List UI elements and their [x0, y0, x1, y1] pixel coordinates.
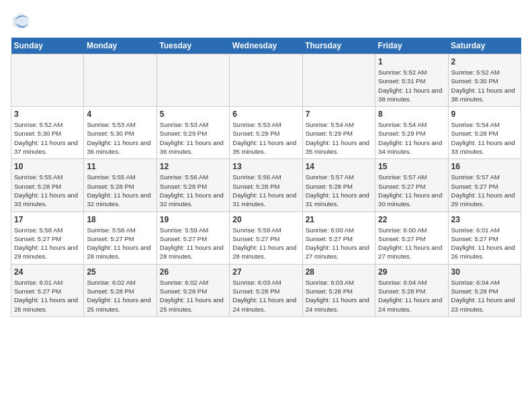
day-number: 7 — [306, 109, 372, 119]
calendar-cell: 5Sunrise: 5:53 AM Sunset: 5:29 PM Daylig… — [157, 107, 229, 159]
day-number: 26 — [160, 267, 226, 277]
calendar-cell: 10Sunrise: 5:55 AM Sunset: 5:28 PM Dayli… — [11, 159, 84, 212]
weekday-header-monday: Monday — [84, 38, 157, 54]
logo-icon — [11, 11, 31, 31]
day-info: Sunrise: 5:52 AM Sunset: 5:30 PM Dayligh… — [14, 120, 81, 156]
weekday-header-saturday: Saturday — [448, 38, 521, 54]
day-info: Sunrise: 5:54 AM Sunset: 5:29 PM Dayligh… — [306, 120, 372, 156]
day-info: Sunrise: 5:54 AM Sunset: 5:29 PM Dayligh… — [378, 120, 445, 156]
calendar-cell: 1Sunrise: 5:52 AM Sunset: 5:31 PM Daylig… — [375, 54, 448, 107]
day-number: 13 — [232, 162, 299, 171]
calendar-cell: 4Sunrise: 5:53 AM Sunset: 5:30 PM Daylig… — [84, 107, 157, 159]
day-info: Sunrise: 6:00 AM Sunset: 5:27 PM Dayligh… — [306, 226, 372, 261]
day-info: Sunrise: 5:56 AM Sunset: 5:28 PM Dayligh… — [160, 173, 226, 208]
day-number: 25 — [87, 267, 153, 277]
day-info: Sunrise: 5:55 AM Sunset: 5:28 PM Dayligh… — [14, 173, 81, 208]
day-number: 27 — [232, 267, 299, 277]
calendar-cell: 17Sunrise: 5:58 AM Sunset: 5:27 PM Dayli… — [11, 212, 84, 264]
day-number: 9 — [451, 109, 518, 119]
calendar-cell: 11Sunrise: 5:55 AM Sunset: 5:28 PM Dayli… — [84, 159, 157, 212]
calendar-cell — [230, 54, 302, 107]
day-info: Sunrise: 5:52 AM Sunset: 5:30 PM Dayligh… — [451, 68, 518, 103]
day-info: Sunrise: 6:03 AM Sunset: 5:28 PM Dayligh… — [232, 278, 299, 314]
day-number: 24 — [14, 267, 81, 277]
day-info: Sunrise: 6:02 AM Sunset: 5:28 PM Dayligh… — [87, 278, 153, 314]
calendar-cell: 9Sunrise: 5:54 AM Sunset: 5:28 PM Daylig… — [448, 107, 521, 159]
day-info: Sunrise: 5:58 AM Sunset: 5:27 PM Dayligh… — [87, 226, 153, 261]
calendar-week-row: 3Sunrise: 5:52 AM Sunset: 5:30 PM Daylig… — [11, 107, 521, 159]
day-info: Sunrise: 5:54 AM Sunset: 5:28 PM Dayligh… — [451, 120, 518, 156]
day-info: Sunrise: 6:04 AM Sunset: 5:28 PM Dayligh… — [378, 278, 445, 314]
day-info: Sunrise: 6:02 AM Sunset: 5:28 PM Dayligh… — [160, 278, 226, 314]
calendar-week-row: 17Sunrise: 5:58 AM Sunset: 5:27 PM Dayli… — [11, 212, 521, 264]
calendar-cell — [84, 54, 157, 107]
day-number: 21 — [306, 215, 372, 224]
day-info: Sunrise: 5:53 AM Sunset: 5:29 PM Dayligh… — [232, 120, 299, 156]
day-info: Sunrise: 5:56 AM Sunset: 5:28 PM Dayligh… — [232, 173, 299, 208]
day-number: 15 — [378, 162, 445, 171]
calendar-cell: 20Sunrise: 5:59 AM Sunset: 5:27 PM Dayli… — [230, 212, 302, 264]
day-number: 30 — [451, 267, 518, 277]
day-info: Sunrise: 6:00 AM Sunset: 5:27 PM Dayligh… — [378, 226, 445, 261]
day-number: 23 — [451, 215, 518, 224]
day-number: 10 — [14, 162, 81, 171]
day-info: Sunrise: 5:53 AM Sunset: 5:30 PM Dayligh… — [87, 120, 153, 156]
day-info: Sunrise: 5:59 AM Sunset: 5:27 PM Dayligh… — [232, 226, 299, 261]
calendar-week-row: 1Sunrise: 5:52 AM Sunset: 5:31 PM Daylig… — [11, 54, 521, 107]
day-info: Sunrise: 5:58 AM Sunset: 5:27 PM Dayligh… — [14, 226, 81, 261]
day-number: 8 — [378, 109, 445, 119]
weekday-header-row: SundayMondayTuesdayWednesdayThursdayFrid… — [11, 38, 521, 54]
calendar-cell: 29Sunrise: 6:04 AM Sunset: 5:28 PM Dayli… — [375, 264, 448, 316]
day-info: Sunrise: 5:52 AM Sunset: 5:31 PM Dayligh… — [378, 68, 445, 103]
day-number: 3 — [14, 109, 81, 119]
calendar-cell: 25Sunrise: 6:02 AM Sunset: 5:28 PM Dayli… — [84, 264, 157, 316]
calendar-cell: 6Sunrise: 5:53 AM Sunset: 5:29 PM Daylig… — [230, 107, 302, 159]
day-number: 20 — [232, 215, 299, 224]
weekday-header-thursday: Thursday — [302, 38, 375, 54]
calendar-week-row: 24Sunrise: 6:01 AM Sunset: 5:27 PM Dayli… — [11, 264, 521, 316]
day-number: 12 — [160, 162, 226, 171]
day-number: 17 — [14, 215, 81, 224]
weekday-header-friday: Friday — [375, 38, 448, 54]
calendar-cell: 13Sunrise: 5:56 AM Sunset: 5:28 PM Dayli… — [230, 159, 302, 212]
day-info: Sunrise: 6:03 AM Sunset: 5:28 PM Dayligh… — [306, 278, 372, 314]
calendar-cell: 23Sunrise: 6:01 AM Sunset: 5:27 PM Dayli… — [448, 212, 521, 264]
day-info: Sunrise: 5:57 AM Sunset: 5:27 PM Dayligh… — [451, 173, 518, 208]
page-header — [11, 11, 521, 31]
calendar-cell: 26Sunrise: 6:02 AM Sunset: 5:28 PM Dayli… — [157, 264, 229, 316]
calendar-cell: 22Sunrise: 6:00 AM Sunset: 5:27 PM Dayli… — [375, 212, 448, 264]
day-number: 18 — [87, 215, 153, 224]
calendar-cell: 7Sunrise: 5:54 AM Sunset: 5:29 PM Daylig… — [302, 107, 375, 159]
calendar-cell: 19Sunrise: 5:59 AM Sunset: 5:27 PM Dayli… — [157, 212, 229, 264]
day-number: 1 — [378, 57, 445, 66]
day-number: 16 — [451, 162, 518, 171]
calendar-cell — [157, 54, 229, 107]
calendar-cell: 18Sunrise: 5:58 AM Sunset: 5:27 PM Dayli… — [84, 212, 157, 264]
day-info: Sunrise: 5:53 AM Sunset: 5:29 PM Dayligh… — [160, 120, 226, 156]
calendar-cell: 12Sunrise: 5:56 AM Sunset: 5:28 PM Dayli… — [157, 159, 229, 212]
day-info: Sunrise: 5:59 AM Sunset: 5:27 PM Dayligh… — [160, 226, 226, 261]
day-number: 22 — [378, 215, 445, 224]
day-info: Sunrise: 6:04 AM Sunset: 5:28 PM Dayligh… — [451, 278, 518, 314]
day-number: 14 — [306, 162, 372, 171]
day-info: Sunrise: 6:01 AM Sunset: 5:27 PM Dayligh… — [14, 278, 81, 314]
weekday-header-sunday: Sunday — [11, 38, 84, 54]
weekday-header-tuesday: Tuesday — [157, 38, 229, 54]
calendar-cell — [302, 54, 375, 107]
calendar-cell: 3Sunrise: 5:52 AM Sunset: 5:30 PM Daylig… — [11, 107, 84, 159]
calendar-cell: 14Sunrise: 5:57 AM Sunset: 5:28 PM Dayli… — [302, 159, 375, 212]
day-number: 29 — [378, 267, 445, 277]
calendar-table: SundayMondayTuesdayWednesdayThursdayFrid… — [11, 38, 521, 317]
calendar-cell: 15Sunrise: 5:57 AM Sunset: 5:27 PM Dayli… — [375, 159, 448, 212]
calendar-cell: 2Sunrise: 5:52 AM Sunset: 5:30 PM Daylig… — [448, 54, 521, 107]
day-number: 28 — [306, 267, 372, 277]
weekday-header-wednesday: Wednesday — [230, 38, 302, 54]
logo — [11, 11, 34, 31]
day-number: 6 — [232, 109, 299, 119]
day-info: Sunrise: 5:57 AM Sunset: 5:27 PM Dayligh… — [378, 173, 445, 208]
calendar-cell: 24Sunrise: 6:01 AM Sunset: 5:27 PM Dayli… — [11, 264, 84, 316]
calendar-cell: 16Sunrise: 5:57 AM Sunset: 5:27 PM Dayli… — [448, 159, 521, 212]
calendar-cell: 28Sunrise: 6:03 AM Sunset: 5:28 PM Dayli… — [302, 264, 375, 316]
calendar-cell: 21Sunrise: 6:00 AM Sunset: 5:27 PM Dayli… — [302, 212, 375, 264]
day-number: 5 — [160, 109, 226, 119]
